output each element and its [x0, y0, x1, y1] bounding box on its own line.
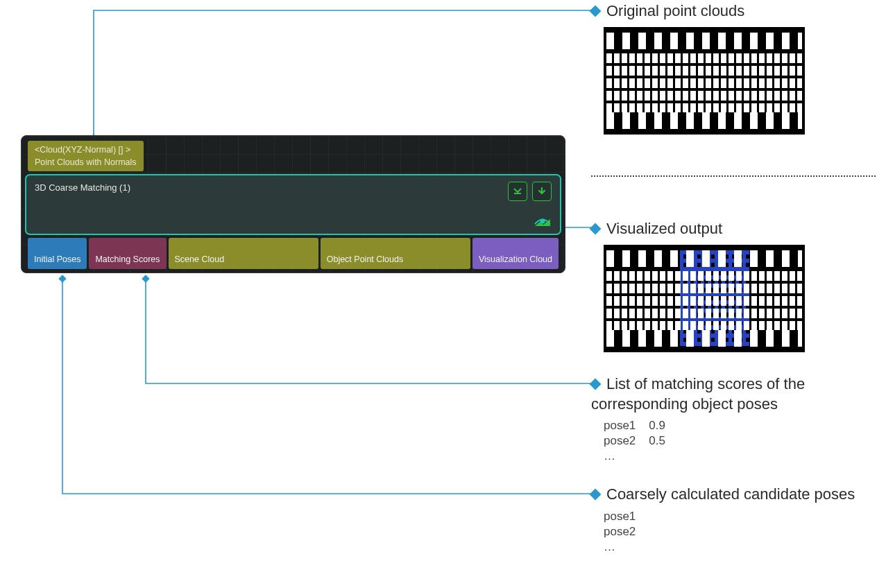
svg-rect-1: [142, 275, 149, 282]
annotation-matching-scores: List of matching scores of the correspon…: [591, 374, 869, 464]
annotation-poses-title: Coarsely calculated candidate poses: [606, 485, 855, 503]
scores-rows: pose1 0.9pose2 0.5…: [604, 418, 869, 464]
output-port-matching-scores[interactable]: Matching Scores: [89, 238, 166, 268]
coarse-matching-node: <Cloud(XYZ-Normal) [] > Point Clouds wit…: [21, 135, 565, 273]
input-port-type: <Cloud(XYZ-Normal) [] >: [35, 145, 130, 155]
step-title: 3D Coarse Matching (1): [35, 182, 130, 193]
output-port-scene-cloud[interactable]: Scene Cloud: [169, 238, 318, 268]
annotation-original-point-clouds: Original point clouds: [591, 1, 805, 135]
output-port-visualization-cloud[interactable]: Visualization Cloud: [472, 238, 559, 268]
step-body[interactable]: 3D Coarse Matching (1): [25, 174, 561, 235]
annotation-visualized-title: Visualized output: [606, 220, 722, 237]
output-ports-row: Initial PosesMatching ScoresScene CloudO…: [25, 238, 561, 268]
download-queue-icon[interactable]: [508, 182, 527, 201]
diamond-bullet-icon: [590, 489, 602, 501]
input-port-point-clouds[interactable]: <Cloud(XYZ-Normal) [] > Point Clouds wit…: [28, 141, 144, 171]
point-cloud-thumb-original: [604, 27, 805, 135]
diamond-bullet-icon: [590, 6, 602, 17]
poses-rows: pose1pose2…: [604, 509, 869, 555]
output-port-initial-poses[interactable]: Initial Poses: [28, 238, 87, 268]
output-port-object-point-clouds[interactable]: Object Point Clouds: [321, 238, 470, 268]
visualize-eye-icon[interactable]: [534, 214, 552, 230]
point-cloud-thumb-visualized: [604, 245, 805, 352]
diamond-bullet-icon: [590, 223, 602, 235]
annotation-candidate-poses: Coarsely calculated candidate poses pose…: [591, 485, 869, 555]
input-port-label: Point Clouds with Normals: [35, 157, 137, 167]
annotation-scores-title: List of matching scores of the correspon…: [591, 375, 805, 413]
download-arrow-icon[interactable]: [532, 182, 552, 201]
annotation-visualized-output: Visualized output: [591, 219, 805, 352]
diamond-bullet-icon: [590, 379, 602, 390]
dotted-separator: [591, 175, 876, 177]
svg-rect-2: [58, 275, 66, 282]
annotation-original-title: Original point clouds: [606, 2, 744, 19]
